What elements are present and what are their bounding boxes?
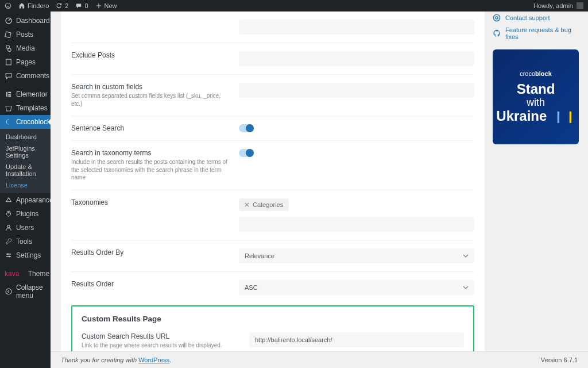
sentence-label: Sentence Search xyxy=(71,124,232,132)
sidebar-item-posts[interactable]: Posts xyxy=(0,28,51,41)
custom-fields-label: Search in custom fields xyxy=(71,83,232,91)
order-by-select[interactable]: Relevance xyxy=(239,248,474,263)
aside-column: Contact support Feature requests & bug f… xyxy=(493,12,579,368)
tax-terms-toggle[interactable] xyxy=(239,149,254,157)
sidebar-item-comments[interactable]: Comments xyxy=(0,69,51,83)
admin-sidebar: Dashboard Posts Media Pages Comments Ele… xyxy=(0,12,51,368)
sentence-toggle[interactable] xyxy=(239,124,254,132)
sidebar-item-tools[interactable]: Tools xyxy=(0,235,51,248)
svg-point-10 xyxy=(493,14,500,21)
svg-point-4 xyxy=(7,225,10,228)
sidebar-item-crocoblock[interactable]: Crocoblock xyxy=(0,115,51,129)
custom-results-title: Custom Results Page xyxy=(82,315,464,323)
version-text: Version 6.7.1 xyxy=(541,356,578,363)
sidebar-item-users[interactable]: Users xyxy=(0,221,51,235)
feature-requests-link[interactable]: Feature requests & bug fixes xyxy=(493,24,579,43)
chevron-down-icon xyxy=(463,253,469,259)
order-by-label: Results Order By xyxy=(71,248,232,256)
contact-support-link[interactable]: Contact support xyxy=(493,12,579,24)
sidebar-item-appearance[interactable]: Appearance xyxy=(0,193,51,207)
sidebar-item-kava[interactable]: kava Theme xyxy=(0,267,51,281)
settings-panel: Exclude Posts Search in custom fields Se… xyxy=(61,12,485,368)
custom-fields-input[interactable] xyxy=(239,83,474,98)
exclude-posts-input[interactable] xyxy=(239,51,474,66)
svg-rect-3 xyxy=(6,59,11,65)
avatar-icon xyxy=(577,2,583,9)
results-url-input[interactable] xyxy=(249,332,464,347)
svg-point-11 xyxy=(496,17,498,19)
updates[interactable]: 2 xyxy=(56,2,68,9)
wp-logo[interactable] xyxy=(5,2,11,9)
submenu-jetplugins[interactable]: JetPlugins Settings xyxy=(0,143,51,161)
sidebar-collapse[interactable]: Collapse menu xyxy=(0,281,51,302)
submenu-license[interactable]: License xyxy=(0,179,51,191)
comments[interactable]: 0 xyxy=(75,2,88,9)
submenu-dashboard[interactable]: Dashboard xyxy=(0,131,51,143)
taxonomies-input[interactable] xyxy=(239,217,474,232)
close-icon[interactable] xyxy=(245,202,249,207)
order-select[interactable]: ASC xyxy=(239,280,474,295)
sidebar-item-settings[interactable]: Settings xyxy=(0,248,51,262)
exclude-posts-label: Exclude Posts xyxy=(71,51,232,59)
results-url-help: Link to the page where search results wi… xyxy=(82,342,242,350)
lifebuoy-icon xyxy=(493,14,501,22)
promo-banner[interactable]: crocoblock Stand with Ukraine ❙❙ xyxy=(493,49,579,144)
sidebar-item-elementor[interactable]: Elementor xyxy=(0,87,51,101)
prior-field[interactable] xyxy=(239,20,474,34)
chevron-down-icon xyxy=(463,285,469,290)
admin-toolbar: Findero 2 0 New Howdy, admin xyxy=(0,0,588,12)
howdy-text[interactable]: Howdy, admin xyxy=(533,2,573,9)
sidebar-item-plugins[interactable]: Plugins xyxy=(0,207,51,221)
svg-rect-1 xyxy=(577,2,583,9)
results-url-label: Custom Search Results URL xyxy=(82,332,242,340)
new-content[interactable]: New xyxy=(95,2,117,9)
github-icon xyxy=(493,29,501,37)
tax-terms-label: Search in taxonomy terms xyxy=(71,149,232,157)
admin-footer: Thank you for creating with WordPress. V… xyxy=(51,351,588,368)
sidebar-submenu: Dashboard JetPlugins Settings Update & I… xyxy=(0,129,51,193)
sidebar-item-dashboard[interactable]: Dashboard xyxy=(0,14,51,28)
svg-point-7 xyxy=(7,254,9,255)
tax-terms-help: Include in the search results the posts … xyxy=(71,158,232,182)
sidebar-item-templates[interactable]: Templates xyxy=(0,101,51,115)
wordpress-link[interactable]: WordPress xyxy=(138,356,169,363)
custom-fields-help: Set comma separated custom fields keys l… xyxy=(71,92,232,108)
sidebar-item-media[interactable]: Media xyxy=(0,41,51,55)
submenu-update[interactable]: Update & Installation xyxy=(0,161,51,179)
svg-point-9 xyxy=(6,289,11,294)
taxonomies-label: Taxonomies xyxy=(71,198,232,206)
taxonomy-tag[interactable]: Categories xyxy=(239,198,289,211)
order-label: Results Order xyxy=(71,280,232,288)
sidebar-item-pages[interactable]: Pages xyxy=(0,55,51,69)
svg-point-8 xyxy=(9,256,10,258)
site-name[interactable]: Findero xyxy=(18,2,49,9)
